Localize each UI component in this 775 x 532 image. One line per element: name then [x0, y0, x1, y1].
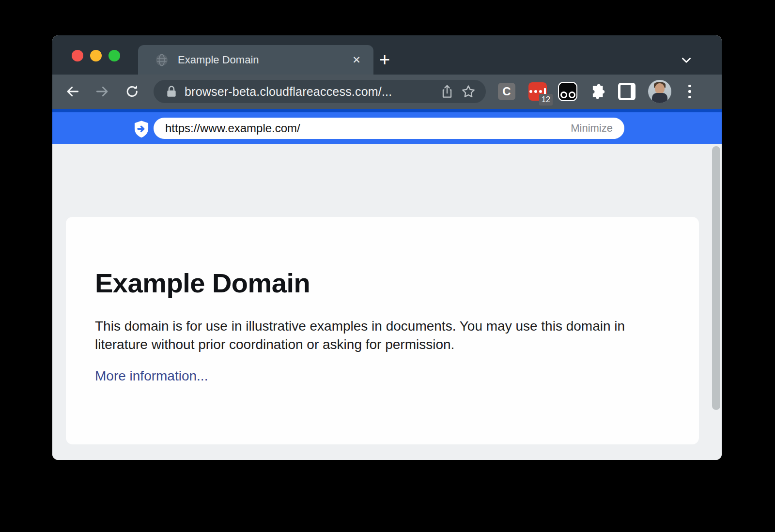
- page-viewport: Example Domain This domain is for use in…: [52, 144, 722, 460]
- extension-dark-button[interactable]: [557, 81, 578, 102]
- share-button[interactable]: [436, 81, 458, 102]
- tab-strip: Example Domain ✕ +: [52, 35, 722, 75]
- traffic-lights: [72, 50, 120, 61]
- extension-c-icon: C: [498, 83, 515, 100]
- isolation-url-text[interactable]: https://www.example.com/: [165, 122, 571, 135]
- isolation-bar: https://www.example.com/ Minimize: [52, 109, 722, 144]
- page-scrollbar[interactable]: [712, 146, 720, 410]
- browser-menu-button[interactable]: [679, 81, 700, 102]
- screenshot-canvas: Example Domain ✕ +: [0, 0, 775, 532]
- puzzle-icon: [589, 83, 605, 100]
- star-icon: [461, 84, 476, 99]
- page-title: Example Domain: [95, 267, 670, 299]
- menu-dot: [688, 85, 691, 88]
- browser-window: Example Domain ✕ +: [52, 35, 722, 460]
- address-bar[interactable]: browser-beta.cloudflareaccess.com/...: [154, 80, 486, 103]
- side-panel-button[interactable]: [616, 81, 637, 102]
- menu-dot: [688, 90, 691, 93]
- minimize-window-button[interactable]: [90, 50, 102, 61]
- zoom-window-button[interactable]: [108, 50, 120, 61]
- page-body-text: This domain is for use in illustrative e…: [95, 317, 654, 354]
- browser-toolbar: browser-beta.cloudflareaccess.com/... C: [52, 75, 722, 109]
- globe-favicon-icon: [155, 54, 168, 66]
- dark-circles-extension-icon: [558, 82, 577, 101]
- back-button[interactable]: [61, 79, 85, 104]
- shield-icon[interactable]: [133, 120, 150, 138]
- avatar-face: [655, 83, 665, 94]
- tab-search-chevron-icon[interactable]: [674, 48, 698, 72]
- profile-avatar[interactable]: [648, 80, 671, 103]
- extensions-menu-button[interactable]: [587, 81, 608, 102]
- tab-example-domain[interactable]: Example Domain ✕: [138, 45, 373, 75]
- reload-icon: [124, 84, 140, 99]
- tab-title: Example Domain: [178, 54, 348, 66]
- extension-c-button[interactable]: C: [496, 81, 517, 102]
- address-bar-url[interactable]: browser-beta.cloudflareaccess.com/...: [185, 85, 436, 99]
- side-panel-icon: [618, 83, 636, 100]
- bookmark-button[interactable]: [458, 81, 479, 102]
- extension-badge: 12: [539, 94, 553, 106]
- forward-button[interactable]: [90, 79, 114, 104]
- password-manager-icon: 12: [528, 82, 547, 101]
- close-window-button[interactable]: [72, 50, 83, 61]
- minimize-bar-button[interactable]: Minimize: [571, 122, 613, 135]
- back-arrow-icon: [65, 84, 80, 99]
- new-tab-button[interactable]: +: [372, 47, 397, 72]
- tab-close-icon[interactable]: ✕: [348, 52, 365, 68]
- more-information-link[interactable]: More information...: [95, 368, 208, 384]
- isolation-url-input[interactable]: https://www.example.com/ Minimize: [154, 118, 624, 139]
- lock-icon: [166, 85, 177, 98]
- example-domain-card: Example Domain This domain is for use in…: [66, 217, 699, 444]
- forward-arrow-icon: [94, 84, 110, 99]
- share-icon: [440, 84, 454, 99]
- reload-button[interactable]: [120, 79, 144, 104]
- extension-password-button[interactable]: 12: [527, 81, 548, 102]
- avatar-body: [652, 93, 667, 103]
- menu-dot: [688, 96, 691, 99]
